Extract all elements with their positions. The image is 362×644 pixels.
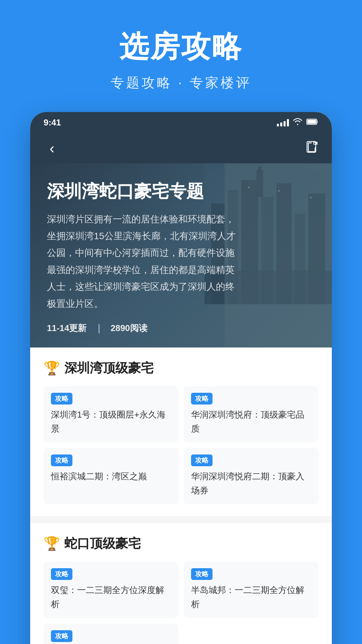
tag-badge-1-1: 攻略 xyxy=(191,393,213,405)
svg-rect-1 xyxy=(307,120,316,124)
article-card-title-1-0: 深圳湾1号：顶级圈层+永久海景 xyxy=(51,408,171,436)
articles-grid-1: 攻略 深圳湾1号：顶级圈层+永久海景 攻略 华润深圳湾悦府：顶级豪宅品质 攻略 … xyxy=(44,386,318,504)
section-label-2: 蛇口顶级豪宅 xyxy=(64,535,141,552)
article-card-1-3[interactable]: 攻略 华润深圳湾悦府二期：顶豪入场券 xyxy=(184,448,318,504)
content-body: 🏆 深圳湾顶级豪宅 攻略 深圳湾1号：顶级圈层+永久海景 攻略 华润深圳湾悦府：… xyxy=(30,347,332,644)
status-time: 9:41 xyxy=(44,117,61,128)
article-card-2-2[interactable]: 攻略 半岛城邦二三期为什么差距这么大 xyxy=(44,624,178,644)
tag-badge-2-0: 攻略 xyxy=(51,568,72,580)
back-button[interactable]: ‹ xyxy=(44,140,60,157)
svg-rect-7 xyxy=(261,197,273,304)
article-card-title-1-3: 华润深圳湾悦府二期：顶豪入场券 xyxy=(191,470,311,497)
signal-icon xyxy=(277,119,289,126)
tag-badge-1-0: 攻略 xyxy=(51,393,72,405)
top-nav: ‹ xyxy=(30,133,332,163)
article-card-title-2-1: 半岛城邦：一二三期全方位解析 xyxy=(191,583,311,611)
phone-card: 9:41 ‹ xyxy=(30,112,332,644)
article-card-1-2[interactable]: 攻略 恒裕滨城二期：湾区之巅 xyxy=(44,448,178,504)
article-card-2-0[interactable]: 攻略 双玺：一二三期全方位深度解析 xyxy=(44,561,178,618)
trophy-icon-2: 🏆 xyxy=(44,536,60,551)
hero-header: 选房攻略 专题攻略 · 专家楼评 xyxy=(0,0,362,112)
section-shekou: 🏆 蛇口顶级豪宅 攻略 双玺：一二三期全方位深度解析 攻略 半岛城邦：一二三期全… xyxy=(30,523,332,644)
svg-rect-9 xyxy=(295,214,305,304)
article-card-2-1[interactable]: 攻略 半岛城邦：一二三期全方位解析 xyxy=(184,561,318,618)
section-shenzhenbay: 🏆 深圳湾顶级豪宅 攻略 深圳湾1号：顶级圈层+永久海景 攻略 华润深圳湾悦府：… xyxy=(30,347,332,516)
article-meta: 11-14更新 ｜ 2890阅读 xyxy=(47,322,315,334)
article-hero: 深圳湾蛇口豪宅专题 深圳湾片区拥有一流的居住体验和环境配套，坐拥深圳湾15公里滨… xyxy=(30,163,332,347)
share-button[interactable] xyxy=(306,141,318,156)
trophy-icon-1: 🏆 xyxy=(44,360,60,376)
status-bar: 9:41 xyxy=(30,112,332,133)
wifi-icon xyxy=(293,118,302,127)
article-update-date: 11-14更新 xyxy=(47,323,87,333)
hero-title: 选房攻略 xyxy=(13,27,349,67)
svg-rect-16 xyxy=(258,167,261,172)
svg-rect-10 xyxy=(308,194,325,304)
tag-badge-1-3: 攻略 xyxy=(191,454,213,466)
tag-badge-2-2: 攻略 xyxy=(51,630,72,642)
article-card-title-1-2: 恒裕滨城二期：湾区之巅 xyxy=(51,470,171,484)
article-card-title-1-1: 华润深圳湾悦府：顶级豪宅品质 xyxy=(191,408,311,436)
article-card-title-2-0: 双玺：一二三期全方位深度解析 xyxy=(51,583,171,611)
articles-grid-2: 攻略 双玺：一二三期全方位深度解析 攻略 半岛城邦：一二三期全方位解析 攻略 半… xyxy=(44,561,318,644)
tag-badge-2-1: 攻略 xyxy=(191,568,213,580)
hero-subtitle: 专题攻略 · 专家楼评 xyxy=(13,73,349,92)
status-icons xyxy=(277,118,318,127)
article-card-1-1[interactable]: 攻略 华润深圳湾悦府：顶级豪宅品质 xyxy=(184,386,318,442)
section-title-1: 🏆 深圳湾顶级豪宅 xyxy=(44,360,318,377)
article-read-count: 2890阅读 xyxy=(111,323,147,333)
article-card-1-0[interactable]: 攻略 深圳湾1号：顶级圈层+永久海景 xyxy=(44,386,178,442)
section-title-2: 🏆 蛇口顶级豪宅 xyxy=(44,535,318,552)
article-description: 深圳湾片区拥有一流的居住体验和环境配套，坐拥深圳湾15公里滨海长廊，北有深圳湾人… xyxy=(47,211,241,312)
battery-icon xyxy=(306,118,318,127)
section-label-1: 深圳湾顶级豪宅 xyxy=(64,360,154,377)
tag-badge-1-2: 攻略 xyxy=(51,454,72,466)
article-title: 深圳湾蛇口豪宅专题 xyxy=(47,180,315,203)
